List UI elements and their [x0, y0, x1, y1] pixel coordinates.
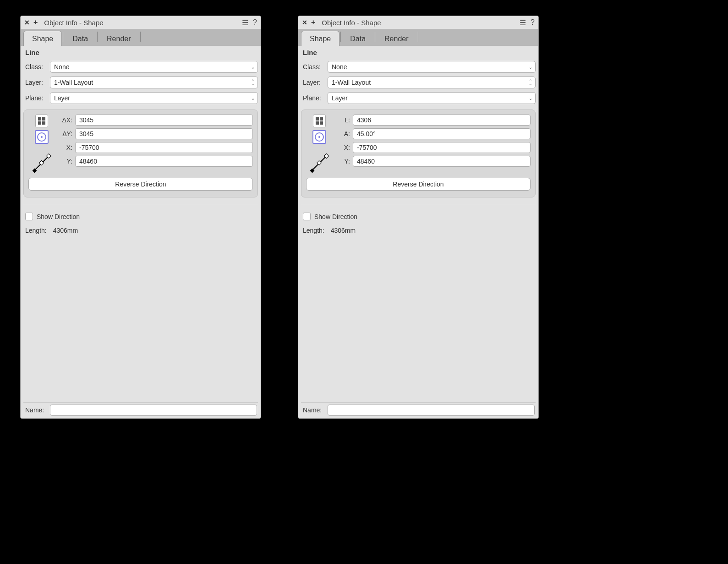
line-icon	[32, 153, 52, 173]
menu-icon[interactable]: ☰	[520, 18, 526, 27]
x-input[interactable]: -75700	[75, 142, 253, 153]
grid-icon	[38, 117, 45, 125]
target-icon	[37, 132, 46, 142]
class-value: None	[332, 63, 531, 71]
tab-separator	[140, 32, 141, 42]
name-input[interactable]	[328, 405, 535, 416]
coordinates-box: L: 4306 A: 45.00° X: -75700 Y:	[301, 110, 536, 197]
line-icon	[309, 153, 329, 173]
tab-separator	[340, 32, 341, 42]
close-icon[interactable]: ✕	[24, 19, 30, 26]
length-label: Length:	[303, 227, 324, 234]
window-title: Object Info - Shape	[322, 19, 381, 27]
name-label: Name:	[24, 406, 50, 414]
plane-label: Plane:	[301, 94, 328, 102]
tab-render[interactable]: Render	[99, 31, 139, 46]
angle-field-input[interactable]: 45.00°	[353, 128, 531, 139]
plane-dropdown[interactable]: Layer ⌄	[50, 92, 258, 104]
y-input[interactable]: 48460	[353, 156, 531, 167]
layer-value: 1-Wall Layout	[54, 79, 254, 86]
dx-label: ΔX:	[55, 116, 75, 124]
y-label: Y:	[55, 158, 75, 165]
show-direction-checkbox[interactable]	[303, 213, 311, 220]
length-label: Length:	[25, 227, 47, 234]
dx-input[interactable]: 3045	[75, 115, 253, 126]
add-icon[interactable]: +	[33, 18, 38, 27]
tab-separator	[97, 32, 98, 42]
plane-value: Layer	[54, 94, 254, 102]
angle-field-label: A:	[333, 130, 353, 137]
updown-arrow-icon	[251, 80, 255, 85]
y-label: Y:	[333, 158, 353, 165]
dy-label: ΔY:	[55, 130, 75, 137]
window-title: Object Info - Shape	[44, 19, 103, 27]
class-dropdown[interactable]: None ⌄	[328, 61, 536, 73]
layer-value: 1-Wall Layout	[332, 79, 531, 86]
chevron-down-icon: ⌄	[529, 65, 532, 70]
y-input[interactable]: 48460	[75, 156, 253, 167]
plane-dropdown[interactable]: Layer ⌄	[328, 92, 536, 104]
grid-mode-button[interactable]	[35, 115, 48, 127]
grid-mode-button[interactable]	[313, 115, 326, 127]
tab-data[interactable]: Data	[342, 31, 374, 46]
object-info-panel-right: ✕ + Object Info - Shape ☰ ? Shape Data R…	[298, 16, 539, 419]
polar-mode-button[interactable]	[312, 130, 326, 144]
chevron-down-icon: ⌄	[251, 96, 255, 101]
show-direction-checkbox[interactable]	[25, 213, 33, 220]
menu-icon[interactable]: ☰	[242, 18, 248, 27]
layer-dropdown[interactable]: 1-Wall Layout	[328, 77, 536, 88]
layer-dropdown[interactable]: 1-Wall Layout	[50, 77, 258, 88]
tab-separator	[63, 32, 63, 42]
reverse-direction-button[interactable]: Reverse Direction	[28, 178, 253, 191]
class-label: Class:	[301, 63, 328, 71]
tab-separator	[375, 32, 375, 42]
chevron-down-icon: ⌄	[251, 65, 255, 70]
add-icon[interactable]: +	[311, 18, 315, 27]
titlebar: ✕ + Object Info - Shape ☰ ?	[21, 16, 261, 29]
tab-shape[interactable]: Shape	[23, 31, 62, 46]
chevron-down-icon: ⌄	[529, 96, 532, 101]
coordinates-box: ΔX: 3045 ΔY: 3045 X: -75700 Y:	[23, 110, 258, 197]
length-field-input[interactable]: 4306	[353, 115, 531, 126]
layer-label: Layer:	[23, 79, 50, 86]
layer-label: Layer:	[301, 79, 328, 86]
tabstrip: Shape Data Render	[298, 29, 538, 46]
show-direction-label: Show Direction	[37, 213, 80, 220]
x-label: X:	[333, 144, 353, 151]
class-dropdown[interactable]: None ⌄	[50, 61, 258, 73]
grid-icon	[316, 117, 323, 125]
tab-shape[interactable]: Shape	[301, 31, 339, 46]
tab-render[interactable]: Render	[376, 31, 416, 46]
object-info-panel-left: ✕ + Object Info - Shape ☰ ? Shape Data R…	[20, 16, 261, 419]
tabstrip: Shape Data Render	[21, 29, 261, 46]
x-input[interactable]: -75700	[353, 142, 531, 153]
x-label: X:	[55, 144, 75, 151]
dy-input[interactable]: 3045	[75, 128, 253, 139]
name-input[interactable]	[50, 405, 257, 416]
titlebar: ✕ + Object Info - Shape ☰ ?	[298, 16, 538, 29]
reverse-direction-button[interactable]: Reverse Direction	[306, 178, 531, 191]
help-icon[interactable]: ?	[531, 18, 535, 27]
polar-mode-button[interactable]	[35, 130, 49, 144]
divider	[301, 205, 536, 205]
divider	[23, 205, 258, 205]
show-direction-label: Show Direction	[314, 213, 357, 220]
class-value: None	[54, 63, 254, 71]
plane-value: Layer	[332, 94, 531, 102]
target-icon	[315, 132, 324, 142]
plane-label: Plane:	[23, 94, 50, 102]
help-icon[interactable]: ?	[253, 18, 257, 27]
length-field-label: L:	[333, 116, 353, 124]
object-type-heading: Line	[23, 46, 258, 59]
updown-arrow-icon	[529, 80, 532, 85]
name-label: Name:	[302, 406, 328, 414]
length-value: 4306mm	[331, 227, 356, 234]
tab-separator	[418, 32, 418, 42]
close-icon[interactable]: ✕	[302, 19, 307, 26]
length-value: 4306mm	[53, 227, 78, 234]
object-type-heading: Line	[301, 46, 536, 59]
tab-data[interactable]: Data	[64, 31, 96, 46]
class-label: Class:	[23, 63, 50, 71]
